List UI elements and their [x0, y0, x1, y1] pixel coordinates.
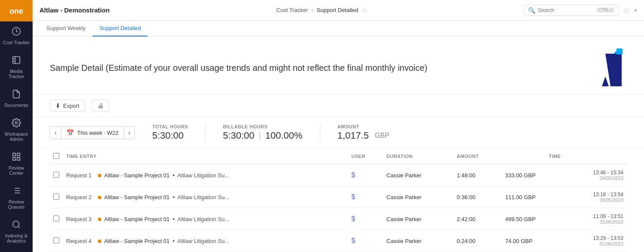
cost-tracker-icon: [12, 27, 21, 38]
date-0: 29/05/2023: [568, 176, 623, 181]
row-checkbox-1[interactable]: [53, 194, 59, 200]
app-logo[interactable]: one: [0, 0, 33, 21]
matter-1: Altlaw Litigation Su...: [177, 194, 229, 200]
svg-marker-19: [605, 54, 622, 86]
sidebar-item-media-tracker[interactable]: Media Tracker: [0, 50, 33, 84]
project-dot-2: [98, 218, 101, 221]
star-icon[interactable]: ☆: [623, 6, 630, 15]
billable-icon-2[interactable]: $: [352, 215, 355, 222]
media-tracker-icon: [12, 55, 21, 67]
amount-cell-3: 74.00 GBP: [502, 230, 565, 252]
billable-icon-3[interactable]: $: [352, 237, 355, 244]
project-link-3[interactable]: Altlaw - Sample Project 01: [104, 238, 170, 244]
row-checkbox-cell-2: [50, 208, 63, 230]
search-box[interactable]: 🔍 CTRL+/: [524, 5, 619, 16]
tab-support-weekly[interactable]: Support Weekly: [39, 21, 93, 36]
sidebar-item-label: Cost Tracker: [3, 40, 30, 45]
request-label-2: Request 3: [66, 216, 91, 222]
time-entries-table: TIME ENTRY USER DURATION AMOUNT TIME Req…: [33, 149, 644, 252]
amount-col-header: AMOUNT: [453, 149, 502, 164]
time-entry-cell-3: Request 4 Altlaw - Sample Project 01 • A…: [63, 230, 348, 252]
sidebar-item-review-queues[interactable]: Review Queues: [0, 181, 33, 215]
analytics-icon: [12, 220, 21, 231]
table-header-row: TIME ENTRY USER DURATION AMOUNT TIME: [50, 149, 627, 164]
tab-support-detailed[interactable]: Support Detailed: [93, 21, 148, 36]
next-week-button[interactable]: ›: [124, 127, 135, 139]
svg-rect-7: [17, 158, 20, 160]
week-label: 📅 This week · W22: [61, 127, 124, 139]
project-dot-3: [98, 240, 101, 243]
table-row: Request 3 Altlaw - Sample Project 01 • A…: [50, 208, 627, 230]
project-link-1[interactable]: Altlaw - Sample Project 01: [104, 194, 170, 200]
project-link-0[interactable]: Altlaw - Sample Project 01: [104, 172, 170, 179]
prev-week-button[interactable]: ‹: [50, 127, 61, 139]
row-checkbox-0[interactable]: [53, 172, 59, 178]
stats-bar: ‹ 📅 This week · W22 › TOTAL HOURS 5:30:0…: [33, 117, 644, 149]
banner-text: Sample Detail (Estimate of your overall …: [50, 63, 427, 73]
duration-cell-2: 2:42:00: [453, 208, 502, 230]
week-navigator: ‹ 📅 This week · W22 ›: [50, 126, 135, 139]
row-checkbox-2[interactable]: [53, 216, 59, 222]
sidebar-item-label: Indexing & Analytics: [3, 233, 30, 243]
user-cell-3: Cassie Parker: [383, 230, 453, 252]
sidebar-item-label: Documents: [4, 103, 28, 108]
billable-hours-stat: BILLABLE HOURS 5:30:00 | 100.00%: [223, 124, 302, 141]
row-checkbox-3[interactable]: [53, 237, 59, 243]
svg-text:one: one: [9, 7, 23, 15]
billable-icon-cell-1: $: [348, 186, 383, 208]
svg-rect-6: [17, 153, 20, 156]
page-title: Altlaw - Demonstration: [39, 6, 109, 14]
svg-rect-8: [13, 158, 15, 160]
sidebar-item-cost-tracker[interactable]: Cost Tracker: [0, 21, 33, 50]
billable-icon-0[interactable]: $: [352, 171, 355, 179]
sidebar-item-documents[interactable]: Documents: [0, 84, 33, 113]
sidebar-item-workspace-admin[interactable]: Workspace Admin: [0, 113, 33, 147]
project-link-2[interactable]: Altlaw - Sample Project 01: [104, 216, 170, 222]
search-input[interactable]: [538, 7, 594, 13]
row-checkbox-cell-1: [50, 186, 63, 208]
breadcrumb-part2: Support Detailed: [317, 7, 358, 13]
user-cell-0: Cassie Parker: [383, 164, 453, 186]
breadcrumb-part1[interactable]: Cost Tracker: [276, 7, 308, 13]
time-entry-cell-1: Request 2 Altlaw - Sample Project 01 • A…: [63, 186, 348, 208]
time-entry-cell-2: Request 3 Altlaw - Sample Project 01 • A…: [63, 208, 348, 230]
favorite-icon[interactable]: ☆: [361, 6, 368, 14]
amount-cell-1: 111.00 GBP: [502, 186, 565, 208]
svg-marker-18: [602, 76, 609, 86]
time-cell-1: 13:18 - 13:54 30/05/2023: [564, 186, 627, 208]
brand-logo: [592, 49, 627, 87]
time-cell-3: 13:29 - 13:53 01/06/2023: [564, 230, 627, 252]
user-cell-1: Cassie Parker: [383, 186, 453, 208]
request-label-1: Request 2: [66, 194, 91, 200]
table-row: Request 1 Altlaw - Sample Project 01 • A…: [50, 164, 627, 186]
breadcrumb-separator: ›: [311, 7, 313, 13]
review-queues-icon: [12, 186, 21, 197]
date-2: 31/05/2023: [568, 219, 623, 225]
select-all-checkbox[interactable]: [53, 153, 59, 159]
total-hours-stat: TOTAL HOURS 5:30:00: [152, 124, 188, 141]
sidebar-item-review-center[interactable]: Review Center: [0, 147, 33, 181]
svg-rect-3: [13, 57, 20, 64]
print-button[interactable]: 🖨: [92, 100, 109, 112]
svg-point-15: [13, 221, 19, 228]
more-icon[interactable]: ▾: [634, 7, 637, 14]
sidebar-item-analytics[interactable]: Indexing & Analytics: [0, 215, 33, 249]
export-button[interactable]: ⬇ Export: [50, 100, 85, 112]
print-icon: 🖨: [97, 102, 103, 109]
duration-col-header: DURATION: [383, 149, 453, 164]
time-range-1: 13:18 - 13:54: [568, 191, 623, 197]
project-dot-1: [98, 196, 101, 199]
main-content: Sample Detail (Estimate of your overall …: [33, 36, 644, 252]
header-actions: 🔍 CTRL+/ ☆ ▾: [524, 5, 637, 16]
svg-point-4: [15, 121, 18, 124]
billable-icon-cell-2: $: [348, 208, 383, 230]
time-range-3: 13:29 - 13:53: [568, 235, 623, 241]
time-cell-0: 13:46 - 15:34 29/05/2023: [564, 164, 627, 186]
billable-icon-cell-0: $: [348, 164, 383, 186]
billable-icon-1[interactable]: $: [352, 193, 355, 200]
sidebar-item-label: Review Center: [3, 165, 30, 176]
sidebar-item-label: Review Queues: [3, 199, 30, 209]
toolbar: ⬇ Export 🖨: [33, 94, 644, 117]
matter-3: Altlaw Litigation Su...: [177, 238, 229, 244]
project-dot-0: [98, 174, 101, 177]
